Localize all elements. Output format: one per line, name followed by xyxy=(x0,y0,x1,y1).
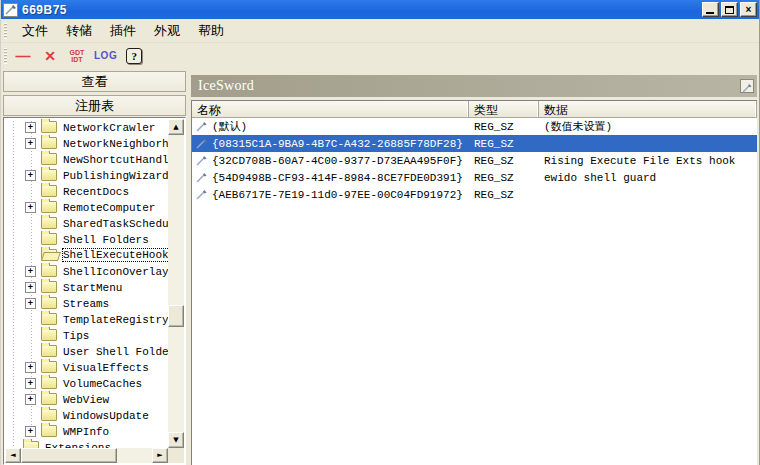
tree-item-label: WMPInfo xyxy=(62,425,112,438)
table-row[interactable]: (默认) REG_SZ (数值未设置) xyxy=(192,118,757,135)
folder-icon xyxy=(41,313,57,325)
tree-item[interactable]: + RemoteComputer xyxy=(5,199,168,215)
expand-toggle-icon[interactable]: + xyxy=(25,170,36,181)
folder-icon xyxy=(41,345,57,357)
table-row[interactable]: {AEB6717E-7E19-11d0-97EE-00C04FD91972} R… xyxy=(192,186,757,203)
tree-item[interactable]: SharedTaskScheduler xyxy=(5,215,168,231)
column-header-type[interactable]: 类型 xyxy=(469,101,539,117)
maximize-icon xyxy=(725,6,734,14)
menu-help[interactable]: 帮助 xyxy=(189,20,233,42)
string-value-icon xyxy=(195,154,208,167)
tree-item-label: ShellExecuteHooks xyxy=(62,248,168,262)
expand-toggle-icon[interactable]: + xyxy=(25,202,36,213)
delete-button[interactable]: ✕ xyxy=(40,46,60,66)
menu-appearance[interactable]: 外观 xyxy=(145,20,189,42)
menu-grip-handle[interactable] xyxy=(4,23,7,39)
value-type-cell: REG_SZ xyxy=(469,138,539,150)
string-value-icon xyxy=(195,120,208,133)
expand-toggle-icon[interactable]: + xyxy=(25,122,36,133)
tree-item[interactable]: + VolumeCaches xyxy=(5,375,168,391)
tree-item[interactable]: + NetworkNeighborhood xyxy=(5,135,168,151)
tree-item[interactable]: + NetworkCrawler xyxy=(5,119,168,135)
folder-icon xyxy=(41,361,57,373)
scroll-right-icon[interactable]: ► xyxy=(152,448,168,463)
value-name-cell: {54D9498B-CF93-414F-8984-8CE7FDE0D391} xyxy=(192,171,469,184)
tree-vertical-scrollbar[interactable]: ▲ ▼ xyxy=(168,119,184,448)
tree-item-label: VisualEffects xyxy=(62,361,152,374)
expand-toggle-icon[interactable]: + xyxy=(25,378,36,389)
value-name: (默认) xyxy=(212,119,247,134)
tree-item-label: WebView xyxy=(62,393,112,406)
registry-panel-button[interactable]: 注册表 xyxy=(3,95,186,116)
scroll-down-icon[interactable]: ▼ xyxy=(168,432,184,448)
tree-item[interactable]: Extensions xyxy=(5,439,168,448)
toolbar-grip-handle[interactable] xyxy=(4,48,7,64)
scroll-up-icon[interactable]: ▲ xyxy=(168,119,184,135)
value-type-cell: REG_SZ xyxy=(469,155,539,167)
value-data-cell: ewido shell guard xyxy=(539,172,757,184)
folder-icon xyxy=(41,153,57,165)
window-title: 669B75 xyxy=(22,3,67,17)
tree-item[interactable]: + PublishingWizard xyxy=(5,167,168,183)
tree-item[interactable]: ShellExecuteHooks xyxy=(5,247,168,263)
value-data-cell: (数值未设置) xyxy=(539,119,757,134)
value-data-cell: Rising Execute File Exts hook xyxy=(539,155,757,167)
expand-toggle-icon[interactable]: + xyxy=(25,266,36,277)
titlebar[interactable]: 669B75 × xyxy=(1,0,759,19)
tree-item[interactable]: + WMPInfo xyxy=(5,423,168,439)
expand-toggle-icon[interactable]: + xyxy=(25,426,36,437)
expand-toggle-icon[interactable]: + xyxy=(25,282,36,293)
tree-item[interactable]: + ShellIconOverlayIdentifiers xyxy=(5,263,168,279)
folder-icon xyxy=(41,329,57,341)
tree-item-label: ShellIconOverlayIdentifiers xyxy=(62,265,168,278)
menu-dump[interactable]: 转储 xyxy=(57,20,101,42)
string-value-icon xyxy=(195,137,208,150)
terminate-button[interactable]: — xyxy=(13,46,33,66)
folder-icon xyxy=(41,169,57,181)
menu-plugin[interactable]: 插件 xyxy=(101,20,145,42)
value-name: {54D9498B-CF93-414F-8984-8CE7FDE0D391} xyxy=(212,172,463,184)
tree-item[interactable]: + StartMenu xyxy=(5,279,168,295)
tree-item[interactable]: Shell Folders xyxy=(5,231,168,247)
scroll-left-icon[interactable]: ◄ xyxy=(5,448,21,463)
table-row[interactable]: {08315C1A-9BA9-4B7C-A432-26885F78DF28} R… xyxy=(192,135,757,152)
minimize-button[interactable] xyxy=(702,2,719,17)
tree-item[interactable]: User Shell Folders xyxy=(5,343,168,359)
expand-toggle-icon[interactable]: + xyxy=(25,394,36,405)
tree-item[interactable]: WindowsUpdate xyxy=(5,407,168,423)
tree-item-label: NewShortcutHandlers xyxy=(62,153,168,166)
column-header-data[interactable]: 数据 xyxy=(539,101,757,117)
maximize-button[interactable] xyxy=(721,2,738,17)
value-type-cell: REG_SZ xyxy=(469,121,539,133)
pen-pin-button[interactable] xyxy=(740,79,754,93)
menu-file[interactable]: 文件 xyxy=(13,20,57,42)
tree-item[interactable]: RecentDocs xyxy=(5,183,168,199)
tree-item[interactable]: TemplateRegistry xyxy=(5,311,168,327)
pane-title: IceSword xyxy=(198,78,254,94)
view-panel-button[interactable]: 查看 xyxy=(3,71,186,92)
red-dash-icon: — xyxy=(16,47,31,64)
value-name-cell: (默认) xyxy=(192,119,469,134)
expand-toggle-icon[interactable]: + xyxy=(25,362,36,373)
help-icon: ? xyxy=(126,48,142,64)
red-x-icon: ✕ xyxy=(44,48,56,64)
folder-icon xyxy=(41,409,57,421)
table-row[interactable]: {54D9498B-CF93-414F-8984-8CE7FDE0D391} R… xyxy=(192,169,757,186)
column-header-name[interactable]: 名称 xyxy=(192,101,469,117)
log-button[interactable]: LOG xyxy=(94,46,117,66)
close-button[interactable]: × xyxy=(740,2,757,17)
expand-toggle-icon[interactable]: + xyxy=(25,298,36,309)
table-row[interactable]: {32CD708B-60A7-4C00-9377-D73EAA495F0F} R… xyxy=(192,152,757,169)
tree-item[interactable]: Tips xyxy=(5,327,168,343)
tree-item[interactable]: NewShortcutHandlers xyxy=(5,151,168,167)
horizontal-scroll-thumb[interactable] xyxy=(21,448,117,463)
tree-item[interactable]: + Streams xyxy=(5,295,168,311)
gdt-idt-button[interactable]: GDT IDT xyxy=(67,46,87,66)
help-button[interactable]: ? xyxy=(124,46,144,66)
expand-toggle-icon[interactable]: + xyxy=(25,138,36,149)
tree-item[interactable]: + VisualEffects xyxy=(5,359,168,375)
vertical-scroll-thumb[interactable] xyxy=(168,305,184,327)
icesword-pane-header: IceSword xyxy=(191,75,757,97)
tree-horizontal-scrollbar[interactable]: ◄ ► xyxy=(5,448,168,463)
tree-item[interactable]: + WebView xyxy=(5,391,168,407)
